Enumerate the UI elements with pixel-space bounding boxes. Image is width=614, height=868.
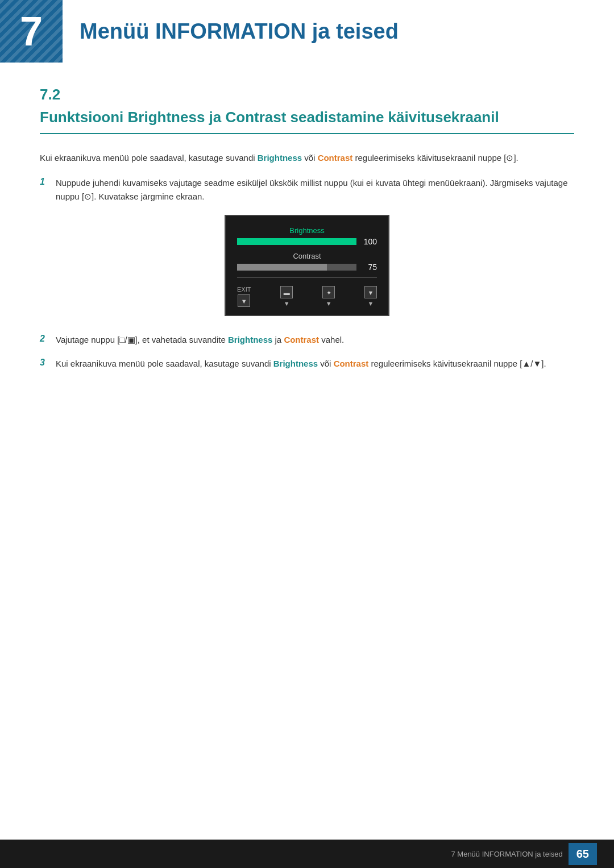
osd-contrast-fill (237, 264, 327, 271)
item2-contrast-label: Contrast (284, 335, 319, 344)
osd-btn1-icon: ▬ (280, 286, 293, 298)
item2-text-part1: Vajutage nuppu [□/▣], et vahetada suvand… (56, 335, 228, 344)
osd-brightness-label: Brightness (237, 226, 377, 235)
intro-text-part2: või (302, 153, 318, 163)
osd-exit-item: EXIT ▼ (237, 286, 251, 307)
osd-btn3-icon: ▼ (364, 286, 377, 298)
contrast-label-intro: Contrast (318, 153, 353, 163)
osd-brightness-track (237, 238, 356, 245)
osd-btn3-label: ▼ (368, 300, 374, 307)
osd-contrast-value: 75 (361, 263, 377, 272)
osd-contrast-row: Contrast 75 (237, 252, 377, 272)
main-content: 7.2 Funktsiooni Brightness ja Contrast s… (0, 85, 614, 371)
osd-btn2-item: ✦ ▼ (322, 286, 335, 307)
item3-text-part3: reguleerimiseks käivitusekraanil nuppe [… (368, 359, 546, 368)
item3-contrast-label: Contrast (334, 359, 369, 368)
item-text-3: Kui ekraanikuva menüü pole saadaval, kas… (56, 357, 574, 371)
footer-page-number: 65 (569, 843, 597, 865)
footer-text: 7 Menüü INFORMATION ja teised (451, 850, 562, 858)
osd-contrast-track (237, 264, 356, 271)
section-heading: 7.2 Funktsiooni Brightness ja Contrast s… (40, 85, 574, 134)
list-item-2: 2 Vajutage nuppu [□/▣], et vahetada suva… (40, 333, 574, 347)
intro-text-part1: Kui ekraanikuva menüü pole saadaval, kas… (40, 153, 258, 163)
osd-btn1-item: ▬ ▼ (280, 286, 293, 307)
osd-brightness-fill (237, 238, 356, 245)
item-text-1: Nuppude juhendi kuvamiseks vajutage sead… (56, 176, 574, 203)
osd-exit-label: EXIT (237, 286, 251, 293)
section-title: 7.2 Funktsiooni Brightness ja Contrast s… (40, 85, 574, 134)
item3-brightness-label: Brightness (273, 359, 318, 368)
osd-contrast-bar-container: 75 (237, 263, 377, 272)
item-text-2: Vajutage nuppu [□/▣], et vahetada suvand… (56, 333, 574, 347)
item3-text-part1: Kui ekraanikuva menüü pole saadaval, kas… (56, 359, 273, 368)
osd-mockup: Brightness 100 Contrast 75 EXIT (225, 215, 389, 316)
item2-brightness-label: Brightness (228, 335, 272, 344)
section-number: 7.2 (40, 85, 574, 105)
page-header: 7 Menüü INFORMATION ja teised (0, 0, 614, 63)
osd-btn3-item: ▼ ▼ (364, 286, 377, 307)
item3-text-part2: või (318, 359, 334, 368)
osd-btn2-label: ▼ (326, 300, 332, 307)
chapter-number: 7 (20, 8, 43, 55)
page-footer: 7 Menüü INFORMATION ja teised 65 (0, 840, 614, 868)
osd-footer: EXIT ▼ ▬ ▼ ✦ ▼ ▼ ▼ (237, 284, 377, 307)
list-item-3: 3 Kui ekraanikuva menüü pole saadaval, k… (40, 357, 574, 371)
osd-divider (237, 277, 377, 278)
item-number-2: 2 (40, 333, 56, 344)
item2-text-part2: ja (272, 335, 284, 344)
osd-brightness-bar-container: 100 (237, 237, 377, 246)
item2-text-part3: vahel. (319, 335, 344, 344)
osd-btn1-label: ▼ (284, 300, 290, 307)
section-title-text: Funktsiooni Brightness ja Contrast seadi… (40, 109, 499, 126)
brightness-label-intro: Brightness (258, 153, 302, 163)
osd-exit-icon: ▼ (238, 294, 250, 307)
osd-btn2-icon: ✦ (322, 286, 335, 298)
item-number-1: 1 (40, 176, 56, 187)
intro-paragraph: Kui ekraanikuva menüü pole saadaval, kas… (40, 151, 574, 165)
item-number-3: 3 (40, 357, 56, 368)
osd-brightness-value: 100 (361, 237, 377, 246)
osd-brightness-row: Brightness 100 (237, 226, 377, 246)
osd-contrast-label: Contrast (237, 252, 377, 260)
chapter-title: Menüü INFORMATION ja teised (63, 19, 399, 44)
list-item-1: 1 Nuppude juhendi kuvamiseks vajutage se… (40, 176, 574, 203)
intro-text-part3: reguleerimiseks käivitusekraanil nuppe [… (352, 153, 518, 163)
chapter-number-block: 7 (0, 0, 63, 63)
